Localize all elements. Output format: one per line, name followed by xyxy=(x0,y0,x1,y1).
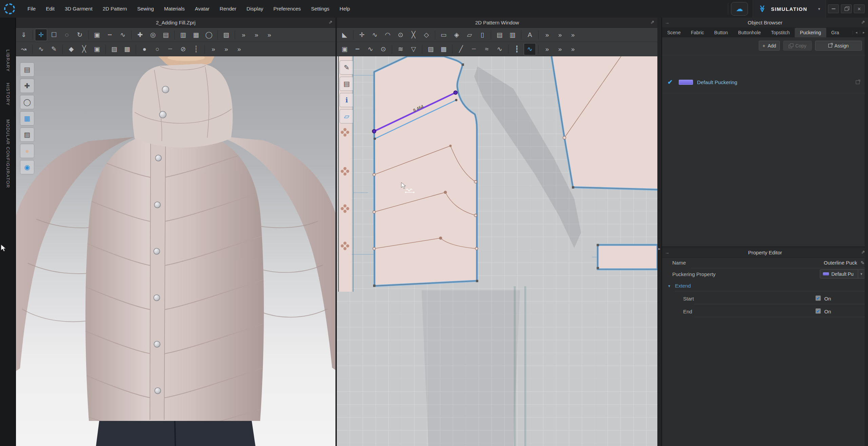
pin-tool[interactable]: ✚ xyxy=(134,29,146,41)
seam-allowance-tool[interactable]: ┄ xyxy=(468,43,480,55)
free-sewing-2d-tool[interactable]: ┅ xyxy=(351,43,364,55)
overflow-more[interactable]: » xyxy=(263,29,275,41)
menu-2d-pattern[interactable]: 2D Pattern xyxy=(98,0,132,18)
tab-topstitch[interactable]: Topstitch xyxy=(766,28,795,37)
pin-sewing-tool[interactable]: ⊙ xyxy=(377,43,389,55)
copy-button[interactable]: Copy xyxy=(783,41,812,51)
rectangle-pattern-tool[interactable]: ▭ xyxy=(438,29,450,41)
rail-tab-history[interactable]: HISTORY xyxy=(0,82,16,106)
tab-button[interactable]: Button xyxy=(709,28,733,37)
show-cloth-toggle[interactable]: ▨ xyxy=(20,128,34,142)
cloud-sync-button[interactable]: ☁ xyxy=(731,2,748,16)
extend-section-label[interactable]: Extend xyxy=(675,283,691,289)
overflow-more[interactable]: » xyxy=(567,29,579,41)
fold-arrangement-tool[interactable]: ▥ xyxy=(177,29,189,41)
window-minimize-button[interactable] xyxy=(828,4,839,13)
flatten-tool[interactable]: ▣ xyxy=(91,43,103,55)
show-garment-toggle[interactable]: ▤ xyxy=(20,62,34,77)
rail-tab-modular-configurator[interactable]: MODULAR CONFIGURATOR xyxy=(0,119,16,188)
trace-tool[interactable]: ▱ xyxy=(463,29,476,41)
overflow-more[interactable]: » xyxy=(554,43,566,55)
puckering-property-dropdown[interactable]: Default Pu ▼ xyxy=(820,269,865,278)
overflow-more[interactable]: » xyxy=(220,43,232,55)
select-rectangle-tool[interactable]: ☐ xyxy=(48,29,60,41)
pattern-information-toggle[interactable]: ℹ xyxy=(340,93,354,107)
overflow-more[interactable]: » xyxy=(233,43,245,55)
show-garment-2d-toggle[interactable]: ▤ xyxy=(340,77,354,91)
cut-pattern-tool[interactable]: ╳ xyxy=(407,29,420,41)
checker-texture-2d-tool[interactable]: ▩ xyxy=(438,43,450,55)
panel-scrollbar-gutter[interactable] xyxy=(865,37,868,446)
menu-avatar[interactable]: Avatar xyxy=(190,0,215,18)
steam-iron-tool[interactable]: ≋ xyxy=(394,43,407,55)
popout-icon[interactable]: ⇗ xyxy=(650,20,654,24)
mesh-view-toggle[interactable]: ▦ xyxy=(20,111,34,125)
show-pins-toggle[interactable]: ✚ xyxy=(20,79,34,93)
window-restore-button[interactable] xyxy=(841,4,852,13)
elastic-tool[interactable]: ≈ xyxy=(481,43,493,55)
popout-icon[interactable]: ⇗ xyxy=(328,20,332,24)
collapse-panel-icon[interactable]: → xyxy=(665,20,669,25)
window-close-button[interactable]: ✕ xyxy=(854,4,865,13)
pattern-piece-front[interactable] xyxy=(372,56,479,287)
edit-curvature-tool[interactable]: ∿ xyxy=(369,29,381,41)
segment-sewing-tool[interactable]: ▣ xyxy=(91,29,103,41)
pattern-piece-side[interactable] xyxy=(552,56,657,190)
mn-sewing-2d-tool[interactable]: ∿ xyxy=(364,43,377,55)
simulate-tool[interactable]: ⇓ xyxy=(18,29,30,41)
polygon-tool[interactable]: ◇ xyxy=(420,29,432,41)
simulation-button[interactable]: ≫ SIMULATION ▼ xyxy=(753,0,826,18)
text-tool[interactable]: A xyxy=(524,29,536,41)
menu-3d-garment[interactable]: 3D Garment xyxy=(60,0,98,18)
segment-sewing-2d-tool[interactable]: ▣ xyxy=(339,43,351,55)
name-value[interactable]: Outerline Puck xyxy=(824,260,857,266)
tab-scroll-left-icon[interactable]: ◄ xyxy=(852,31,860,34)
2d-pattern-canvas[interactable]: 8.464 ✎▤ℹ▱ xyxy=(337,56,657,446)
panel-divider[interactable]: ► xyxy=(657,18,661,446)
avatar-tape-tool[interactable]: ◯ xyxy=(203,29,215,41)
edit-pattern-tool[interactable]: ✛ xyxy=(356,29,368,41)
free-sewing-tool[interactable]: ┉ xyxy=(104,29,116,41)
menu-preferences[interactable]: Preferences xyxy=(268,0,306,18)
puckering-seamline-tool[interactable]: ┇ xyxy=(511,43,523,55)
tack-garment-tool[interactable]: ▤ xyxy=(160,29,172,41)
menu-edit[interactable]: Edit xyxy=(41,0,60,18)
overflow-more[interactable]: » xyxy=(207,43,219,55)
arrange-garment-tool[interactable]: ▦ xyxy=(190,29,202,41)
overflow-more[interactable]: » xyxy=(250,29,263,41)
button-tool[interactable]: ● xyxy=(138,43,151,55)
clone-pattern-tool[interactable]: ▯ xyxy=(476,29,488,41)
pattern-piece-band[interactable] xyxy=(597,244,657,269)
panel-collapse-arrow[interactable]: ► xyxy=(658,247,661,251)
menu-settings[interactable]: Settings xyxy=(306,0,334,18)
menu-render[interactable]: Render xyxy=(215,0,242,18)
tack-on-avatar-tool[interactable]: ◎ xyxy=(147,29,159,41)
grid-texture-tool[interactable]: ▨ xyxy=(108,43,120,55)
show-pattern-toggle[interactable]: ▱ xyxy=(340,109,354,123)
mn-sewing-tool[interactable]: ∿ xyxy=(117,29,129,41)
measure-tool[interactable]: ▥ xyxy=(506,29,519,41)
walk-avatar-tool[interactable]: ↝ xyxy=(18,43,30,55)
edit-name-pencil-icon[interactable]: ✎ xyxy=(861,260,865,266)
fold-tool[interactable]: ╳ xyxy=(78,43,90,55)
lock-button-tool[interactable]: ⊘ xyxy=(177,43,189,55)
buttonhole-tool[interactable]: ○ xyxy=(151,43,163,55)
rail-tab-library[interactable]: LIBRARY xyxy=(0,49,16,72)
grid-texture-2d-tool[interactable]: ▨ xyxy=(425,43,437,55)
popout-icon[interactable]: ⇗ xyxy=(861,20,865,24)
simulation-dropdown-caret[interactable]: ▼ xyxy=(816,6,822,12)
checker-texture-tool[interactable]: ▩ xyxy=(121,43,133,55)
zipper-tool[interactable]: ┆ xyxy=(190,43,202,55)
pinch-tool[interactable]: ◆ xyxy=(65,43,77,55)
add-point-tool[interactable]: ⊙ xyxy=(394,29,407,41)
tab-scroll-right-icon[interactable]: ► xyxy=(860,31,867,34)
tab-puckering[interactable]: Puckering xyxy=(795,28,826,37)
menu-file[interactable]: File xyxy=(22,0,41,18)
item-assign-icon[interactable] xyxy=(856,80,860,84)
start-checkbox[interactable]: ✔ xyxy=(815,295,821,301)
turn-garment-tool[interactable]: ▽ xyxy=(407,43,420,55)
assign-button[interactable]: Assign xyxy=(815,41,862,51)
tab-graphic[interactable]: Gra xyxy=(826,28,842,37)
tab-scene[interactable]: Scene xyxy=(662,28,686,37)
3d-viewport[interactable]: ▤✚◯▦▨●◉ xyxy=(16,56,335,446)
